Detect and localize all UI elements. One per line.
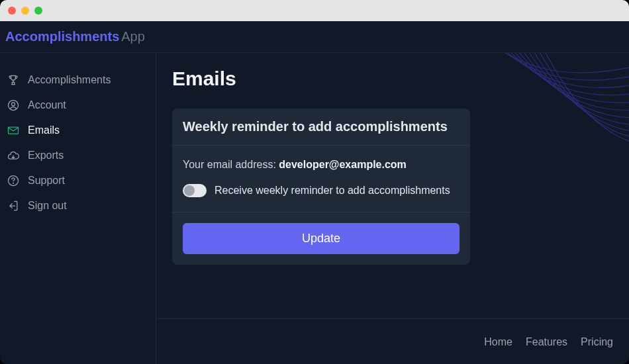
sidebar-item-emails[interactable]: Emails bbox=[5, 118, 150, 143]
brand-secondary: App bbox=[121, 29, 145, 44]
svg-point-4 bbox=[13, 183, 14, 183]
brand-logo[interactable]: AccomplishmentsApp bbox=[5, 29, 145, 44]
svg-rect-2 bbox=[9, 127, 19, 134]
footer-link-features[interactable]: Features bbox=[526, 336, 567, 348]
svg-point-0 bbox=[9, 101, 19, 111]
email-address-line: Your email address: developer@example.co… bbox=[183, 159, 460, 171]
footer: Home Features Pricing bbox=[156, 318, 629, 364]
card-header: Weekly reminder to add accomplishments bbox=[172, 109, 470, 146]
weekly-reminder-toggle-row: Receive weekly reminder to add accomplis… bbox=[183, 184, 460, 197]
toggle-label: Receive weekly reminder to add accomplis… bbox=[215, 185, 450, 197]
window-titlebar bbox=[0, 0, 629, 21]
trophy-icon bbox=[7, 73, 20, 87]
email-settings-card: Weekly reminder to add accomplishments Y… bbox=[172, 109, 470, 265]
update-button[interactable]: Update bbox=[183, 223, 460, 254]
sidebar-item-label: Exports bbox=[28, 150, 64, 161]
sign-out-icon bbox=[7, 199, 20, 212]
sidebar-item-label: Accomplishments bbox=[28, 74, 111, 86]
sidebar-item-exports[interactable]: Exports bbox=[5, 143, 150, 168]
weekly-reminder-toggle[interactable] bbox=[183, 184, 207, 197]
card-title: Weekly reminder to add accomplishments bbox=[183, 119, 460, 134]
brand-primary: Accomplishments bbox=[5, 29, 119, 44]
user-circle-icon bbox=[7, 99, 20, 112]
footer-link-home[interactable]: Home bbox=[484, 336, 512, 348]
sidebar-item-label: Support bbox=[28, 175, 65, 187]
sidebar-item-support[interactable]: Support bbox=[5, 168, 150, 193]
close-window-button[interactable] bbox=[8, 7, 16, 15]
maximize-window-button[interactable] bbox=[34, 7, 42, 15]
mail-icon bbox=[7, 124, 20, 137]
sidebar: Accomplishments Account Emails Exports bbox=[0, 53, 156, 364]
cloud-download-icon bbox=[7, 149, 20, 162]
footer-link-pricing[interactable]: Pricing bbox=[581, 336, 613, 348]
minimize-window-button[interactable] bbox=[21, 7, 29, 15]
sidebar-item-accomplishments[interactable]: Accomplishments bbox=[5, 68, 150, 93]
sidebar-item-label: Account bbox=[28, 99, 66, 111]
sidebar-item-account[interactable]: Account bbox=[5, 93, 150, 118]
sidebar-item-label: Emails bbox=[28, 124, 60, 136]
email-value: developer@example.com bbox=[279, 159, 407, 170]
app-header: AccomplishmentsApp bbox=[0, 21, 629, 53]
email-label: Your email address: bbox=[183, 159, 279, 170]
sidebar-item-sign-out[interactable]: Sign out bbox=[5, 193, 150, 218]
svg-point-1 bbox=[12, 103, 15, 106]
page-title: Emails bbox=[172, 68, 613, 90]
question-circle-icon bbox=[7, 174, 20, 187]
sidebar-item-label: Sign out bbox=[28, 200, 67, 212]
